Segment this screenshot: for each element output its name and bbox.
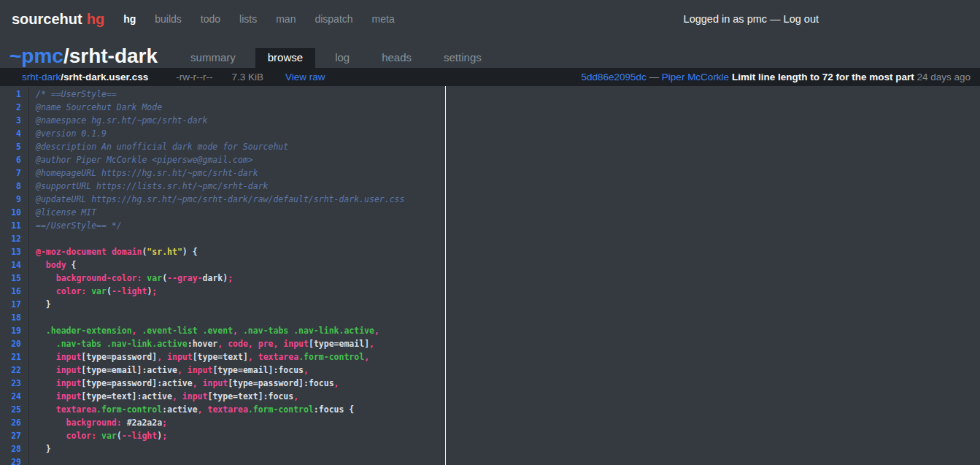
code-line: 8@supportURL https://lists.sr.ht/~pmc/sr… (0, 180, 980, 193)
nav-item-builds[interactable]: builds (155, 13, 182, 25)
commit-date: 24 days ago (917, 72, 971, 82)
code-viewer: 1/* ==UserStyle==2@name Sourcehut Dark M… (0, 86, 980, 465)
file-commit-bar: srht-dark/srht-dark.user.css -rw-r--r-- … (0, 68, 980, 86)
line-number[interactable]: 8 (0, 180, 29, 193)
line-number[interactable]: 1 (0, 88, 29, 101)
line-number[interactable]: 7 (0, 166, 29, 180)
code-text: @homepageURL https://hg.sr.ht/~pmc/srht-… (29, 166, 258, 180)
nav-item-dispatch[interactable]: dispatch (315, 13, 352, 25)
nav-item-lists[interactable]: lists (239, 13, 257, 25)
code-line: 26 background: #2a2a2a; (0, 416, 980, 429)
session-info: Logged in as pmc — Log out (684, 13, 819, 25)
commit-dash: — (649, 72, 660, 82)
logout-link[interactable]: Log out (784, 13, 819, 25)
file-path: srht-dark/srht-dark.user.css (22, 72, 148, 82)
code-line: 17 } (0, 298, 980, 311)
tab-log[interactable]: log (323, 48, 362, 68)
nav-item-man[interactable]: man (276, 13, 296, 25)
line-number[interactable]: 14 (0, 258, 29, 272)
code-text: input[type=text]:active, input[type=text… (29, 390, 298, 403)
line-number[interactable]: 2 (0, 101, 29, 114)
nav-item-todo[interactable]: todo (201, 13, 220, 25)
repo-owner-link[interactable]: ~pmc (9, 45, 63, 67)
line-number[interactable]: 12 (0, 232, 29, 245)
nav-item-meta[interactable]: meta (372, 13, 395, 25)
code-line: 21 input[type=password], input[type=text… (0, 350, 980, 364)
code-text: background: #2a2a2a; (29, 416, 167, 429)
code-line: 1/* ==UserStyle== (0, 88, 980, 101)
file-size: 7.3 KiB (232, 72, 264, 82)
code-text (29, 232, 36, 245)
dir-link[interactable]: srht-dark (22, 72, 61, 82)
line-number[interactable]: 18 (0, 311, 29, 324)
code-line: 5@description An unofficial dark mode fo… (0, 140, 980, 153)
code-lines: 1/* ==UserStyle==2@name Sourcehut Dark M… (0, 88, 980, 465)
code-line: 9@updateURL https://hg.sr.ht/~pmc/srht-d… (0, 193, 980, 206)
code-text: .header-extension, .event-list .event, .… (29, 324, 379, 337)
tab-settings[interactable]: settings (431, 48, 494, 68)
tab-heads[interactable]: heads (369, 48, 424, 68)
line-number[interactable]: 28 (0, 442, 29, 456)
code-line: 25 textarea.form-control:active, textare… (0, 403, 980, 416)
code-text: input[type=password]:active, input[type=… (29, 377, 339, 390)
top-navbar: sourcehuthg hgbuildstodolistsmandispatch… (0, 0, 980, 38)
code-line: 14 body { (0, 258, 980, 272)
tab-browse[interactable]: browse (255, 48, 315, 68)
commit-author-link[interactable]: Piper McCorkle (662, 72, 729, 82)
line-number[interactable]: 3 (0, 114, 29, 127)
line-number[interactable]: 5 (0, 140, 29, 153)
code-text: @updateURL https://hg.sr.ht/~pmc/srht-da… (29, 193, 404, 206)
line-number[interactable]: 26 (0, 416, 29, 429)
commit-info: 5dd86e2095dc — Piper McCorkle Limit line… (581, 72, 971, 82)
repo-tabs: summarybrowselogheadssettings (178, 48, 494, 68)
commit-hash-link[interactable]: 5dd86e2095dc (581, 72, 646, 82)
code-text: .nav-tabs .nav-link.active:hover, code, … (29, 337, 374, 350)
line-number[interactable]: 16 (0, 285, 29, 298)
line-number[interactable]: 29 (0, 456, 29, 465)
logged-in-text: Logged in as pmc (684, 13, 767, 25)
nav-item-hg[interactable]: hg (123, 13, 136, 25)
code-line: 16 color: var(--light); (0, 285, 980, 298)
code-text: background-color: var(--gray-dark); (29, 272, 233, 285)
file-mode: -rw-r--r-- (176, 72, 212, 82)
line-number[interactable]: 17 (0, 298, 29, 311)
code-line: 19 .header-extension, .event-list .event… (0, 324, 980, 337)
repo-header: ~pmc/srht-dark summarybrowselogheadssett… (0, 38, 980, 68)
line-number[interactable]: 19 (0, 324, 29, 337)
code-line: 4@version 0.1.9 (0, 127, 980, 140)
line-number[interactable]: 4 (0, 127, 29, 140)
line-number[interactable]: 24 (0, 390, 29, 403)
line-number[interactable]: 10 (0, 206, 29, 219)
line-number[interactable]: 13 (0, 245, 29, 258)
code-line: 29 (0, 456, 980, 465)
code-line: 7@homepageURL https://hg.sr.ht/~pmc/srht… (0, 166, 980, 180)
line-number[interactable]: 11 (0, 219, 29, 232)
code-text: @supportURL https://lists.sr.ht/~pmc/srh… (29, 180, 269, 193)
code-line: 12 (0, 232, 980, 245)
code-line: 10@license MIT (0, 206, 980, 219)
line-number[interactable]: 21 (0, 350, 29, 364)
code-line: 22 input[type=email]:active, input[type=… (0, 364, 980, 377)
file-name: /srht-dark.user.css (61, 72, 148, 82)
sourcehut-logo[interactable]: sourcehuthg (12, 11, 104, 28)
code-line: 23 input[type=password]:active, input[ty… (0, 377, 980, 390)
code-line: 15 background-color: var(--gray-dark); (0, 272, 980, 285)
line-number[interactable]: 20 (0, 337, 29, 350)
line-number[interactable]: 9 (0, 193, 29, 206)
code-text: @namespace hg.sr.ht/~pmc/srht-dark (29, 114, 207, 127)
line-number[interactable]: 6 (0, 153, 29, 166)
session-separator: — (770, 13, 781, 25)
code-text: input[type=email]:active, input[type=ema… (29, 364, 309, 377)
line-number[interactable]: 15 (0, 272, 29, 285)
tab-summary[interactable]: summary (178, 48, 248, 68)
line-number[interactable]: 27 (0, 429, 29, 442)
code-text: @-moz-document domain("sr.ht") { (29, 245, 198, 258)
line-number[interactable]: 23 (0, 377, 29, 390)
line-number[interactable]: 25 (0, 403, 29, 416)
code-line: 24 input[type=text]:active, input[type=t… (0, 390, 980, 403)
line-number[interactable]: 22 (0, 364, 29, 377)
code-text: @description An unofficial dark mode for… (29, 140, 288, 153)
code-text: /* ==UserStyle== (29, 88, 117, 101)
view-raw-link[interactable]: View raw (285, 72, 325, 82)
logo-site-text: sourcehut (12, 11, 82, 27)
